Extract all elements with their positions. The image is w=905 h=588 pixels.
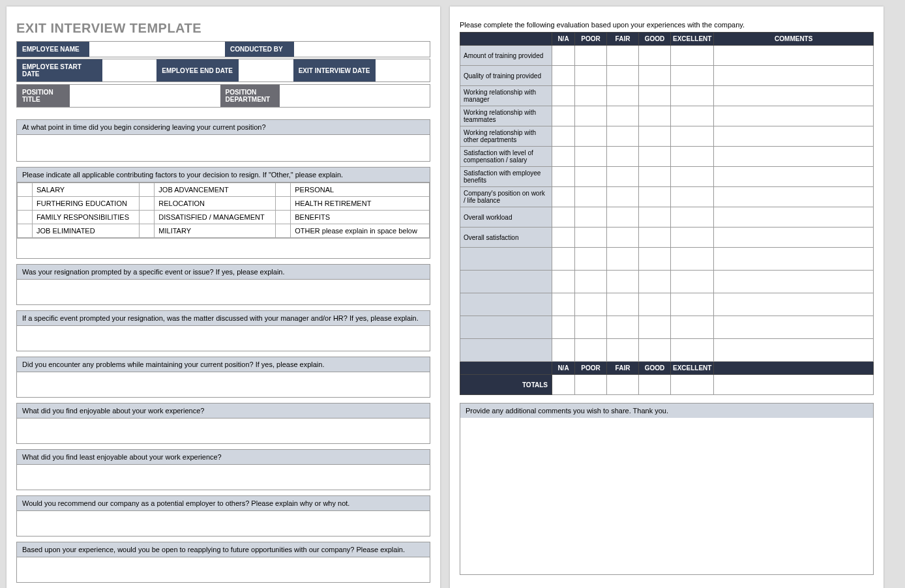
eval-cell-rating[interactable] [671, 126, 714, 147]
eval-total-excellent[interactable] [671, 375, 714, 395]
eval-cell-rating[interactable] [552, 187, 575, 207]
factor-other-explain[interactable] [17, 238, 430, 258]
eval-cell-rating[interactable] [575, 126, 607, 147]
eval-cell-rating[interactable] [607, 316, 639, 339]
eval-cell-comment[interactable] [714, 293, 874, 316]
factor-check[interactable] [276, 183, 291, 197]
eval-cell-rating[interactable] [552, 106, 575, 126]
eval-cell-rating[interactable] [575, 271, 607, 293]
eval-cell-rating[interactable] [639, 316, 671, 339]
eval-cell-rating[interactable] [552, 271, 575, 293]
factor-check[interactable] [140, 197, 155, 211]
eval-cell-comment[interactable] [714, 248, 874, 271]
eval-cell-rating[interactable] [639, 86, 671, 106]
eval-cell-comment[interactable] [714, 167, 874, 187]
eval-cell-rating[interactable] [552, 46, 575, 66]
eval-cell-rating[interactable] [639, 147, 671, 167]
eval-cell-rating[interactable] [575, 293, 607, 316]
field-employee-name[interactable] [89, 42, 225, 57]
eval-cell-rating[interactable] [671, 207, 714, 228]
eval-total-na[interactable] [552, 375, 575, 395]
eval-cell-rating[interactable] [639, 66, 671, 86]
eval-cell-rating[interactable] [639, 46, 671, 66]
eval-cell-rating[interactable] [607, 106, 639, 126]
eval-cell-rating[interactable] [671, 228, 714, 248]
eval-cell-rating[interactable] [575, 187, 607, 207]
eval-cell-rating[interactable] [607, 271, 639, 293]
eval-cell-rating[interactable] [671, 147, 714, 167]
field-end-date[interactable] [239, 59, 293, 81]
eval-cell-rating[interactable] [575, 207, 607, 228]
factor-check[interactable] [18, 183, 33, 197]
eval-cell-rating[interactable] [607, 167, 639, 187]
factor-check[interactable] [18, 197, 33, 211]
eval-cell-rating[interactable] [552, 228, 575, 248]
eval-cell-comment[interactable] [714, 228, 874, 248]
factor-check[interactable] [18, 211, 33, 224]
eval-cell-rating[interactable] [575, 147, 607, 167]
eval-cell-rating[interactable] [552, 126, 575, 147]
eval-cell-rating[interactable] [671, 339, 714, 362]
eval-cell-rating[interactable] [639, 207, 671, 228]
eval-cell-rating[interactable] [575, 339, 607, 362]
factor-check[interactable] [140, 224, 155, 238]
eval-cell-rating[interactable] [639, 293, 671, 316]
additional-answer[interactable] [460, 418, 873, 574]
eval-cell-rating[interactable] [671, 46, 714, 66]
eval-cell-rating[interactable] [607, 293, 639, 316]
eval-cell-rating[interactable] [575, 46, 607, 66]
eval-cell-rating[interactable] [552, 248, 575, 271]
field-position-dept[interactable] [280, 85, 430, 107]
eval-cell-comment[interactable] [714, 106, 874, 126]
eval-cell-comment[interactable] [714, 147, 874, 167]
eval-cell-rating[interactable] [607, 86, 639, 106]
eval-cell-comment[interactable] [714, 86, 874, 106]
eval-total-comments[interactable] [714, 375, 874, 395]
eval-cell-rating[interactable] [607, 46, 639, 66]
eval-cell-comment[interactable] [714, 316, 874, 339]
eval-cell-rating[interactable] [552, 293, 575, 316]
eval-cell-comment[interactable] [714, 207, 874, 228]
answer-8[interactable] [17, 511, 430, 536]
answer-6[interactable] [17, 419, 430, 443]
eval-cell-rating[interactable] [639, 106, 671, 126]
eval-cell-rating[interactable] [639, 248, 671, 271]
eval-cell-rating[interactable] [671, 187, 714, 207]
eval-cell-rating[interactable] [639, 271, 671, 293]
eval-cell-rating[interactable] [552, 167, 575, 187]
field-start-date[interactable] [102, 59, 156, 81]
factor-check[interactable] [140, 211, 155, 224]
factor-check[interactable] [140, 183, 155, 197]
eval-cell-rating[interactable] [671, 316, 714, 339]
eval-cell-rating[interactable] [552, 147, 575, 167]
eval-cell-rating[interactable] [607, 248, 639, 271]
answer-3[interactable] [17, 280, 430, 304]
answer-9[interactable] [17, 557, 430, 582]
eval-total-good[interactable] [639, 375, 671, 395]
field-position-title[interactable] [70, 85, 220, 107]
eval-cell-rating[interactable] [575, 86, 607, 106]
eval-cell-rating[interactable] [639, 167, 671, 187]
eval-cell-rating[interactable] [671, 86, 714, 106]
eval-cell-rating[interactable] [552, 66, 575, 86]
eval-cell-rating[interactable] [671, 106, 714, 126]
factor-check[interactable] [276, 224, 291, 238]
eval-cell-comment[interactable] [714, 46, 874, 66]
answer-1[interactable] [17, 135, 430, 161]
eval-total-poor[interactable] [575, 375, 607, 395]
eval-cell-rating[interactable] [671, 293, 714, 316]
factor-check[interactable] [276, 211, 291, 224]
field-exit-date[interactable] [376, 59, 430, 81]
eval-cell-rating[interactable] [575, 106, 607, 126]
eval-cell-rating[interactable] [607, 339, 639, 362]
eval-cell-rating[interactable] [607, 207, 639, 228]
eval-cell-comment[interactable] [714, 271, 874, 293]
eval-cell-rating[interactable] [639, 339, 671, 362]
eval-cell-rating[interactable] [607, 228, 639, 248]
eval-cell-comment[interactable] [714, 66, 874, 86]
eval-cell-rating[interactable] [607, 187, 639, 207]
eval-cell-comment[interactable] [714, 126, 874, 147]
eval-cell-rating[interactable] [607, 126, 639, 147]
answer-7[interactable] [17, 465, 430, 490]
eval-cell-rating[interactable] [607, 66, 639, 86]
